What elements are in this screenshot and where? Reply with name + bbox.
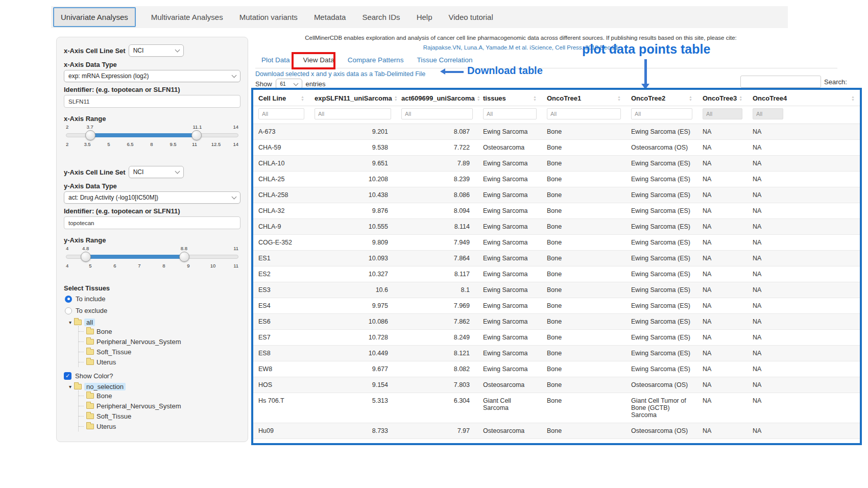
filter-tissues[interactable] xyxy=(483,108,537,119)
tree-item-soft-tissue[interactable]: Soft_Tissue xyxy=(79,347,240,357)
expslfn11-cell: 10.327 xyxy=(309,266,396,282)
tree-toggle-icon[interactable]: ▾ xyxy=(69,320,71,325)
folder-icon xyxy=(86,329,94,334)
x-range-fill xyxy=(90,133,197,137)
filter-oncotree2[interactable] xyxy=(631,108,692,119)
nav-tab-video-tutorial[interactable]: Video tutorial xyxy=(447,13,494,21)
oncotree4-cell: NA xyxy=(748,361,860,377)
col-header-tissues[interactable]: tissues▲▼ xyxy=(478,90,542,106)
show-color-checkbox-row[interactable]: ✓ Show Color? xyxy=(64,372,240,380)
expslfn11-cell: 10.086 xyxy=(309,314,396,330)
y-data-type-select[interactable]: act: Drug Activity (-log10[IC50M]) xyxy=(64,191,240,204)
color-tree-root[interactable]: ▾ no_selection xyxy=(69,383,240,391)
tab-plot-data[interactable]: Plot Data xyxy=(261,56,290,64)
folder-icon xyxy=(86,349,94,355)
act609699-cell: 8.114 xyxy=(396,219,478,235)
act609699-cell: 7.949 xyxy=(396,235,478,251)
oncotree4-cell: NA xyxy=(748,439,860,446)
table-row: CHLA-258 10.438 8.086 Ewing Sarcoma Bone… xyxy=(253,187,860,203)
tissues-cell: Osteosarcoma xyxy=(478,423,542,439)
table-row: A-673 9.201 8.087 Ewing Sarcoma Bone Ewi… xyxy=(253,124,860,140)
chevron-down-icon xyxy=(232,73,237,78)
y-identifier-input[interactable] xyxy=(64,216,240,229)
annotation-arrow-left-icon xyxy=(445,71,464,73)
x-data-type-select[interactable]: exp: mRNA Expression (log2) xyxy=(64,70,240,82)
oncotree4-cell: NA xyxy=(748,251,860,266)
to-include-label: To include xyxy=(76,295,106,303)
sort-icon[interactable]: ▲▼ xyxy=(394,95,398,102)
x-range-slider: 2 3.7 11.1 14 23.556.589.51112.514 xyxy=(66,124,238,151)
tissue-tree-root[interactable]: ▾ all xyxy=(69,319,240,326)
table-row: ES3 10.6 8.1 Ewing Sarcoma Bone Ewing Sa… xyxy=(253,282,860,298)
filter-act609699[interactable] xyxy=(401,108,473,119)
col-header-expslfn11[interactable]: expSLFN11_uniSarcoma▲▼ xyxy=(309,90,396,106)
expslfn11-cell: 9.809 xyxy=(309,235,396,251)
act609699-cell: 8.1 xyxy=(396,282,478,298)
y-range-max-label: 11 xyxy=(233,246,238,251)
filter-expslfn11[interactable] xyxy=(315,108,391,119)
x-identifier-label: Identifier: (e.g. topotecan or SLFN11) xyxy=(64,86,240,93)
tab-tissue-correlation[interactable]: Tissue Correlation xyxy=(417,56,472,64)
filter-oncotree3[interactable] xyxy=(703,108,742,119)
folder-icon xyxy=(86,413,94,419)
tree-item-soft-tissue[interactable]: Soft_Tissue xyxy=(79,411,240,421)
col-header-oncotree4[interactable]: OncoTree4▲▼ xyxy=(748,90,860,106)
sort-icon[interactable]: ▲▼ xyxy=(851,95,855,102)
sort-icon[interactable]: ▲▼ xyxy=(689,95,692,102)
download-tab-delimited-link[interactable]: Download selected x and y axis data as a… xyxy=(255,70,425,78)
y-range-high-handle[interactable] xyxy=(179,252,189,262)
sort-icon[interactable]: ▲▼ xyxy=(739,95,742,102)
oncotree1-cell: Bone xyxy=(542,314,626,330)
nav-tab-metadata[interactable]: Metadata xyxy=(313,13,347,21)
radio-off-icon xyxy=(65,307,72,314)
tissues-cell: Ewing Sarcoma xyxy=(478,266,542,282)
oncotree1-cell: Bone xyxy=(542,156,626,172)
y-range-low-value: 4.8 xyxy=(82,246,89,251)
tree-item-bone[interactable]: Bone xyxy=(79,326,240,336)
expslfn11-cell: 10.438 xyxy=(309,187,396,203)
oncotree4-cell: NA xyxy=(748,377,860,393)
tab-compare-patterns[interactable]: Compare Patterns xyxy=(348,56,404,64)
tree-item-peripheral-nervous-system[interactable]: Peripheral_Nervous_System xyxy=(79,401,240,411)
sort-icon[interactable]: ▲▼ xyxy=(301,95,304,102)
to-exclude-label: To exclude xyxy=(76,307,107,314)
cell-line-cell: ES4 xyxy=(253,298,309,314)
tree-item-uterus[interactable]: Uterus xyxy=(79,421,240,431)
nav-tab-help[interactable]: Help xyxy=(416,13,433,21)
y-range-low-handle[interactable] xyxy=(81,252,91,262)
expslfn11-cell: 10.208 xyxy=(309,172,396,187)
cell-line-cell: Hu09 xyxy=(253,423,309,439)
sort-icon[interactable]: ▲▼ xyxy=(533,95,537,102)
oncotree2-cell: Ewing Sarcoma (ES) xyxy=(626,298,697,314)
nav-tab-search-ids[interactable]: Search IDs xyxy=(361,13,401,21)
table-search-input[interactable] xyxy=(740,76,821,88)
nav-tab-multivariate-analyses[interactable]: Multivariate Analyses xyxy=(150,13,224,21)
oncotree1-cell: Bone xyxy=(542,251,626,266)
x-cell-line-set-select[interactable]: NCI xyxy=(129,44,184,57)
radio-to-include[interactable]: To include xyxy=(65,295,240,303)
col-header-cell-line[interactable]: Cell Line▲▼ xyxy=(253,90,309,106)
cell-line-cell: ES7 xyxy=(253,330,309,346)
tree-toggle-icon[interactable]: ▾ xyxy=(69,384,71,389)
col-header-oncotree3[interactable]: OncoTree3▲▼ xyxy=(697,90,748,106)
x-range-high-handle[interactable] xyxy=(191,130,202,140)
y-cell-line-set-select[interactable]: NCI xyxy=(129,166,184,178)
sort-icon[interactable]: ▲▼ xyxy=(617,95,621,102)
col-header-oncotree1[interactable]: OncoTree1▲▼ xyxy=(542,90,626,106)
sort-icon[interactable]: ▲▼ xyxy=(477,95,480,102)
radio-to-exclude[interactable]: To exclude xyxy=(65,307,240,314)
col-header-act609699[interactable]: act609699_uniSarcoma▲▼ xyxy=(396,90,478,106)
tree-item-uterus[interactable]: Uterus xyxy=(79,357,240,367)
tree-item-peripheral-nervous-system[interactable]: Peripheral_Nervous_System xyxy=(79,336,240,347)
oncotree1-cell: Bone xyxy=(542,298,626,314)
filter-oncotree4[interactable] xyxy=(753,108,783,119)
nav-tab-mutation-variants[interactable]: Mutation variants xyxy=(238,13,299,21)
filter-cell-line[interactable] xyxy=(258,108,304,119)
tree-item-bone[interactable]: Bone xyxy=(79,391,240,401)
x-range-low-handle[interactable] xyxy=(85,130,95,140)
nav-tab-univariate-analyses[interactable]: Univariate Analyses xyxy=(53,7,136,27)
filter-oncotree1[interactable] xyxy=(547,108,621,119)
x-identifier-input[interactable] xyxy=(64,95,240,108)
col-header-oncotree2[interactable]: OncoTree2▲▼ xyxy=(626,90,697,106)
oncotree3-cell: NA xyxy=(697,282,748,298)
